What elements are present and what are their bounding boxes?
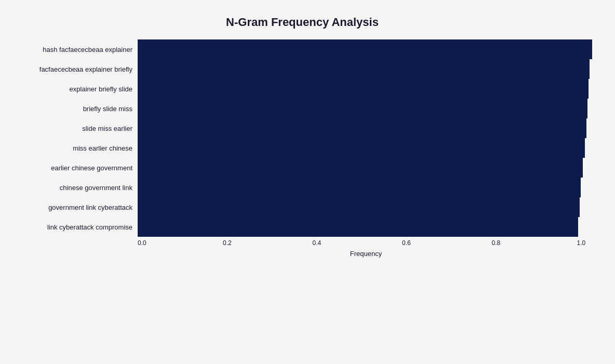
bar-label: miss earlier chinese: [10, 144, 138, 152]
x-axis-tick: 0.4: [313, 239, 322, 247]
bar-fill: [138, 79, 589, 99]
bar-fill: [138, 99, 587, 118]
bar-label: briefly slide miss: [10, 105, 138, 113]
bar-label: chinese government link: [10, 184, 138, 192]
bar-track: [138, 39, 594, 59]
bar-track: [138, 79, 594, 99]
bar-track: [138, 59, 594, 79]
chart-container: N-Gram Frequency Analysis hash facfaecec…: [0, 0, 615, 364]
bar-track: [138, 158, 594, 178]
x-axis-label: Frequency: [138, 250, 594, 258]
bar-fill: [138, 158, 583, 178]
bar-track: [138, 118, 594, 138]
x-axis-tick: 0.2: [223, 239, 232, 247]
table-row: government link cyberattack: [10, 197, 594, 217]
bar-track: [138, 178, 594, 197]
table-row: briefly slide miss: [10, 99, 594, 118]
bar-label: earlier chinese government: [10, 164, 138, 172]
bar-fill: [138, 138, 585, 158]
bar-label: facfaececbeaa explainer briefly: [10, 65, 138, 73]
chart-title: N-Gram Frequency Analysis: [10, 10, 594, 29]
bar-label: explainer briefly slide: [10, 85, 138, 93]
bar-fill: [138, 39, 592, 59]
bar-track: [138, 197, 594, 217]
table-row: miss earlier chinese: [10, 138, 594, 158]
x-axis-tick: 0.0: [138, 239, 146, 247]
bar-label: hash facfaececbeaa explainer: [10, 46, 138, 53]
bar-fill: [138, 59, 590, 79]
x-axis-tick: 0.8: [491, 239, 500, 247]
bar-track: [138, 99, 594, 118]
table-row: facfaececbeaa explainer briefly: [10, 59, 594, 79]
table-row: earlier chinese government: [10, 158, 594, 178]
chart-plot-area: hash facfaececbeaa explainerfacfaececbea…: [10, 39, 594, 237]
table-row: chinese government link: [10, 178, 594, 197]
table-row: link cyberattack compromise: [10, 217, 594, 237]
bar-fill: [138, 118, 586, 138]
x-axis-tick: 0.6: [402, 239, 411, 247]
x-axis-tick: 1.0: [577, 239, 586, 247]
table-row: slide miss earlier: [10, 118, 594, 138]
table-row: explainer briefly slide: [10, 79, 594, 99]
bar-label: slide miss earlier: [10, 125, 138, 132]
bar-label: link cyberattack compromise: [10, 223, 138, 231]
bar-fill: [138, 178, 581, 197]
x-axis: 0.00.20.40.60.81.0: [138, 239, 594, 247]
bars-container: hash facfaececbeaa explainerfacfaececbea…: [10, 39, 594, 237]
bar-track: [138, 217, 594, 237]
bar-label: government link cyberattack: [10, 204, 138, 211]
bar-fill: [138, 197, 580, 217]
bar-track: [138, 138, 594, 158]
table-row: hash facfaececbeaa explainer: [10, 39, 594, 59]
bar-fill: [138, 217, 578, 237]
